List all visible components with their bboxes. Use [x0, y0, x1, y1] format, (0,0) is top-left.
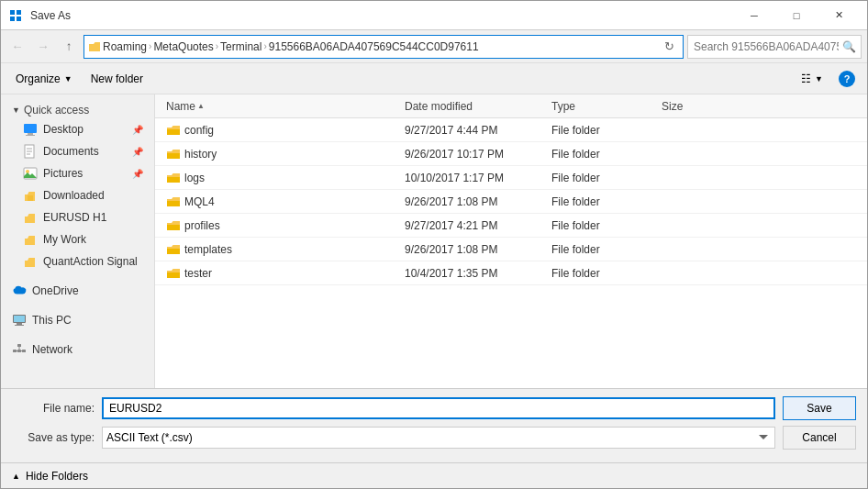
window-title: Save As [30, 9, 71, 22]
sidebar-item-desktop[interactable]: Desktop 📌 [1, 118, 154, 140]
view-button[interactable]: ☷ ▼ [794, 67, 830, 91]
save-button[interactable]: Save [783, 396, 856, 420]
column-name[interactable]: Name ▲ [162, 100, 401, 113]
file-date-cell: 9/26/2017 1:08 PM [401, 243, 548, 256]
file-type-cell: File folder [548, 195, 658, 208]
quick-access-chevron: ▼ [12, 106, 20, 115]
view-chevron: ▼ [815, 74, 823, 83]
column-date[interactable]: Date modified [401, 100, 548, 113]
sidebar-item-onedrive[interactable]: OneDrive [1, 280, 154, 302]
file-name-cell: history [162, 148, 401, 161]
documents-icon [23, 144, 38, 159]
help-button[interactable]: ? [834, 67, 860, 91]
save-type-select[interactable]: ASCII Text (*.csv) [102, 427, 775, 449]
cancel-button[interactable]: Cancel [783, 426, 856, 450]
table-row[interactable]: tester 10/4/2017 1:35 PM File folder [155, 261, 867, 285]
pictures-label: Pictures [43, 167, 83, 180]
sort-arrow: ▲ [197, 102, 205, 110]
mywork-label: My Work [43, 233, 86, 246]
minimize-button[interactable]: ─ [733, 1, 775, 30]
file-name-cell: config [162, 124, 401, 137]
hide-folders-label: Hide Folders [26, 470, 88, 483]
downloaded-label: Downloaded [43, 189, 105, 202]
file-name-row: File name: Save [12, 396, 856, 420]
table-row[interactable]: templates 9/26/2017 1:08 PM File folder [155, 238, 867, 261]
table-row[interactable]: history 9/26/2017 10:17 PM File folder [155, 142, 867, 166]
quantaction-icon [23, 254, 38, 269]
sidebar-item-thispc[interactable]: This PC [1, 309, 154, 331]
column-size[interactable]: Size [658, 100, 731, 113]
table-row[interactable]: MQL4 9/26/2017 1:08 PM File folder [155, 190, 867, 214]
path-sep-3: › [263, 41, 266, 51]
table-row[interactable]: config 9/27/2017 4:44 PM File folder [155, 118, 867, 142]
folder-icon [166, 195, 181, 208]
table-row[interactable]: profiles 9/27/2017 4:21 PM File folder [155, 214, 867, 238]
pictures-pin-icon: 📌 [132, 169, 143, 179]
folder-nav-icon [88, 40, 101, 53]
file-date-cell: 9/26/2017 10:17 PM [401, 148, 548, 161]
svg-rect-4 [24, 124, 37, 133]
organize-button[interactable]: Organize ▼ [8, 67, 80, 91]
file-date-cell: 9/27/2017 4:21 PM [401, 219, 548, 232]
file-type-cell: File folder [548, 124, 658, 137]
refresh-button[interactable]: ↻ [659, 37, 679, 57]
search-input[interactable] [687, 35, 862, 59]
sidebar-item-network[interactable]: Network [1, 339, 154, 361]
thispc-icon [12, 313, 27, 328]
sidebar-item-documents[interactable]: Documents 📌 [1, 140, 154, 162]
back-button[interactable]: ← [6, 36, 28, 58]
file-name-cell: templates [162, 243, 401, 256]
pictures-icon [23, 166, 38, 181]
view-icon: ☷ [801, 72, 811, 85]
file-list-header: Name ▲ Date modified Type Size [155, 94, 867, 118]
file-list: Name ▲ Date modified Type Size [155, 94, 867, 388]
organize-chevron: ▼ [64, 74, 72, 83]
column-type[interactable]: Type [548, 100, 658, 113]
folder-icon [166, 148, 181, 161]
file-date-cell: 9/27/2017 4:44 PM [401, 124, 548, 137]
file-date-cell: 10/4/2017 1:35 PM [401, 267, 548, 280]
save-type-row: Save as type: ASCII Text (*.csv) Cancel [12, 426, 856, 450]
svg-rect-14 [14, 316, 25, 322]
desktop-pin-icon: 📌 [132, 125, 143, 135]
onedrive-label: OneDrive [32, 284, 79, 297]
path-sep-2: › [216, 41, 218, 51]
svg-rect-15 [17, 323, 22, 325]
file-name-cell: tester [162, 267, 401, 280]
sidebar-item-pictures[interactable]: Pictures 📌 [1, 162, 154, 184]
toolbar: Organize ▼ New folder ☷ ▼ ? [1, 63, 867, 94]
file-type-cell: File folder [548, 219, 658, 232]
help-icon: ? [839, 71, 855, 87]
maximize-button[interactable]: □ [775, 1, 818, 30]
new-folder-button[interactable]: New folder [83, 67, 150, 91]
up-button[interactable]: ↑ [58, 36, 80, 58]
eurusd-icon [23, 210, 38, 225]
file-type-cell: File folder [548, 243, 658, 256]
sidebar-item-eurusd[interactable]: EURUSD H1 [1, 206, 154, 228]
svg-rect-16 [15, 325, 24, 326]
svg-rect-3 [17, 17, 21, 21]
file-type-cell: File folder [548, 267, 658, 280]
close-button[interactable]: ✕ [818, 1, 860, 30]
file-date-cell: 9/26/2017 1:08 PM [401, 195, 548, 208]
svg-rect-0 [10, 10, 15, 15]
sidebar-item-downloaded[interactable]: Downloaded [1, 184, 154, 206]
forward-button[interactable]: → [32, 36, 54, 58]
footer-bar[interactable]: ▲ Hide Folders [1, 462, 867, 488]
sidebar-item-quantaction[interactable]: QuantAction Signal [1, 250, 154, 272]
column-size-label: Size [662, 100, 683, 113]
save-as-type-label: Save as type: [12, 431, 95, 444]
main-content: ▼ Quick access Desktop 📌 Documents 📌 [1, 94, 867, 388]
table-row[interactable]: logs 10/10/2017 1:17 PM File folder [155, 166, 867, 190]
address-bar: Roaming › MetaQuotes › Terminal › 915566… [83, 35, 684, 59]
path-part-roaming: Roaming [103, 40, 147, 53]
file-name-cell: MQL4 [162, 195, 401, 208]
quick-access-label: Quick access [24, 104, 89, 117]
network-icon [12, 342, 27, 357]
mywork-icon [23, 232, 38, 247]
file-name-input[interactable] [102, 397, 775, 419]
quick-access-header[interactable]: ▼ Quick access [1, 98, 154, 118]
file-name-cell: logs [162, 172, 401, 184]
sidebar-item-mywork[interactable]: My Work [1, 228, 154, 250]
downloaded-icon [23, 188, 38, 203]
